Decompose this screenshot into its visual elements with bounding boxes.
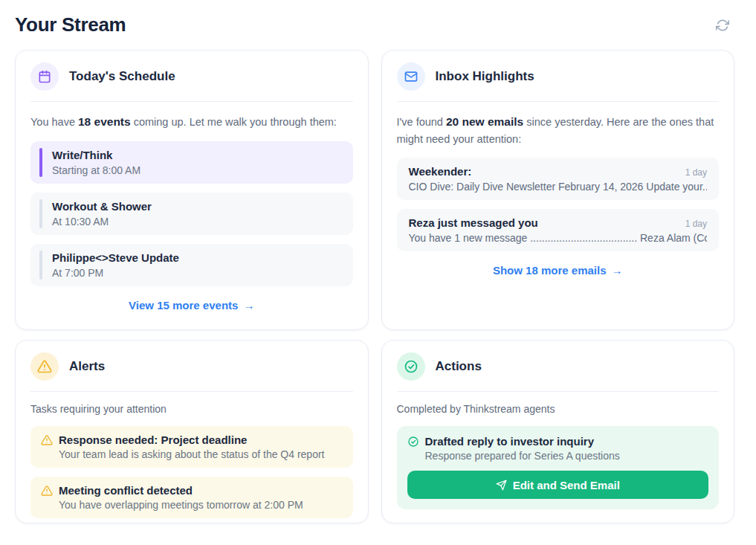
mail-icon: [397, 62, 425, 91]
action-head: Drafted reply to investor inquiry: [407, 435, 709, 448]
actions-card: Actions Completed by Thinkstream agents: [381, 340, 735, 523]
event-title: Philippe<>Steve Update: [52, 251, 341, 264]
actions-card-header: Actions: [397, 341, 720, 392]
actions-card-title: Actions: [436, 359, 482, 374]
schedule-intro-suffix: coming up. Let me walk you through them:: [131, 116, 337, 128]
alerts-card: Alerts Tasks requiring your attention: [15, 340, 369, 523]
email-head: Weekender: 1 day: [409, 165, 708, 178]
email-age: 1 day: [685, 219, 707, 229]
event-time: At 10:30 AM: [52, 216, 341, 228]
arrow-right-icon: →: [612, 264, 623, 277]
calendar-icon: [30, 62, 59, 91]
alert-row: Meeting conflict detected You have overl…: [30, 477, 353, 518]
warning-triangle-icon: [30, 352, 59, 381]
dashboard-page: Your Stream: [0, 0, 756, 523]
actions-card-body: Completed by Thinkstream agents: [382, 392, 734, 523]
edit-and-send-email-label: Edit and Send Email: [513, 479, 620, 491]
inbox-card-body: I've found 20 new emails since yesterday…: [382, 102, 734, 329]
warning-triangle-icon: [41, 434, 53, 446]
alerts-card-body: Tasks requiring your attention: [16, 392, 368, 523]
alert-head: Response needed: Project deadline: [41, 433, 343, 446]
warning-triangle-icon: [41, 485, 53, 497]
alerts-card-title: Alerts: [69, 359, 105, 374]
schedule-event-row[interactable]: Write/Think Starting at 8:00 AM: [30, 141, 353, 184]
show-more-emails-label: Show 18 more emails: [493, 264, 607, 277]
email-row[interactable]: Reza just messaged you 1 day You have 1 …: [397, 209, 720, 251]
email-age: 1 day: [685, 167, 707, 178]
email-row[interactable]: Weekender: 1 day CIO Dive: Daily Dive Ne…: [397, 158, 720, 200]
schedule-card: Today's Schedule You have 18 events comi…: [15, 50, 369, 330]
show-more-emails-link[interactable]: Show 18 more emails →: [397, 264, 720, 277]
event-title: Write/Think: [52, 149, 341, 161]
schedule-card-body: You have 18 events coming up. Let me wal…: [16, 102, 368, 329]
alert-title: Meeting conflict detected: [59, 484, 193, 497]
view-more-events-link[interactable]: View 15 more events →: [30, 299, 353, 312]
refresh-icon: [716, 19, 729, 32]
alert-detail: You have overlapping meetings tomorrow a…: [41, 499, 343, 511]
schedule-event-list: Write/Think Starting at 8:00 AM Workout …: [30, 141, 353, 286]
refresh-button[interactable]: [713, 16, 732, 35]
email-subject: Reza just messaged you: [409, 216, 538, 229]
action-row: Drafted reply to investor inquiry Respon…: [397, 426, 720, 509]
card-grid: Today's Schedule You have 18 events comi…: [15, 50, 734, 523]
email-subject: Weekender:: [409, 165, 472, 178]
email-preview: CIO Dive: Daily Dive Newsletter February…: [409, 181, 708, 193]
inbox-intro: I've found 20 new emails since yesterday…: [397, 113, 720, 147]
inbox-card-title: Inbox Highlights: [436, 69, 534, 84]
inbox-card: Inbox Highlights I've found 20 new email…: [381, 50, 735, 330]
inbox-intro-count: 20 new emails: [446, 115, 523, 128]
schedule-card-title: Today's Schedule: [69, 69, 175, 84]
page-header: Your Stream: [15, 13, 734, 36]
alerts-subtitle: Tasks requiring your attention: [30, 403, 353, 415]
alerts-list: Response needed: Project deadline Your t…: [30, 426, 353, 518]
alert-detail: Your team lead is asking about the statu…: [41, 448, 343, 460]
event-time: At 7:00 PM: [52, 267, 341, 279]
action-detail: Response prepared for Series A questions: [407, 450, 709, 462]
actions-list: Drafted reply to investor inquiry Respon…: [397, 426, 720, 509]
inbox-intro-prefix: I've found: [397, 116, 446, 128]
page-title: Your Stream: [15, 13, 126, 36]
schedule-card-header: Today's Schedule: [30, 51, 353, 102]
check-circle-icon: [397, 352, 425, 381]
schedule-event-row[interactable]: Workout & Shower At 10:30 AM: [30, 193, 353, 235]
send-icon: [496, 480, 507, 491]
edit-and-send-email-button[interactable]: Edit and Send Email: [407, 471, 709, 499]
schedule-intro: You have 18 events coming up. Let me wal…: [30, 113, 353, 131]
alert-head: Meeting conflict detected: [41, 484, 343, 497]
email-preview: You have 1 new message .................…: [409, 232, 708, 244]
inbox-card-header: Inbox Highlights: [397, 51, 720, 102]
schedule-intro-prefix: You have: [30, 116, 78, 128]
event-title: Workout & Shower: [52, 200, 341, 213]
check-circle-icon: [407, 436, 419, 448]
inbox-email-list: Weekender: 1 day CIO Dive: Daily Dive Ne…: [397, 158, 720, 251]
schedule-event-row[interactable]: Philippe<>Steve Update At 7:00 PM: [30, 244, 353, 286]
alert-row: Response needed: Project deadline Your t…: [30, 426, 353, 468]
event-time: Starting at 8:00 AM: [52, 164, 341, 176]
alerts-card-header: Alerts: [30, 341, 353, 392]
alert-title: Response needed: Project deadline: [59, 433, 247, 446]
schedule-intro-count: 18 events: [78, 115, 131, 128]
action-title: Drafted reply to investor inquiry: [425, 435, 595, 448]
email-head: Reza just messaged you 1 day: [409, 216, 708, 229]
actions-subtitle: Completed by Thinkstream agents: [397, 403, 720, 415]
view-more-events-label: View 15 more events: [129, 299, 238, 312]
arrow-right-icon: →: [243, 299, 254, 312]
